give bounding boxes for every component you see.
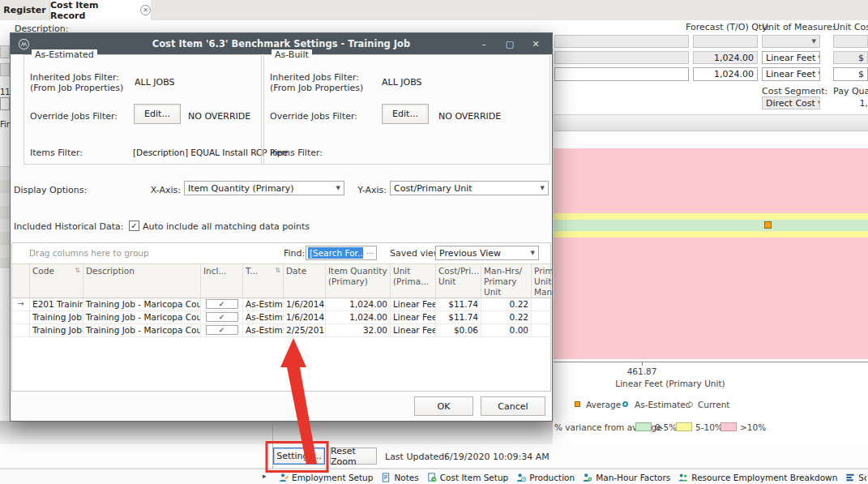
tab-notes[interactable]: Notes bbox=[381, 471, 418, 484]
tab-cost-item-record[interactable]: Cost Item Record ✕ bbox=[50, 0, 151, 20]
cost-segment-label: Cost Segment: bbox=[762, 86, 827, 96]
tab-resource-employment-breakdown[interactable]: Resource Employment Breakdown bbox=[678, 471, 837, 484]
minimize-icon: – bbox=[481, 39, 486, 49]
y-axis-label: Y-Axis: bbox=[354, 185, 387, 195]
variance-green-label: 0-5% bbox=[655, 422, 677, 432]
included-checkbox[interactable]: ✓ bbox=[206, 299, 238, 309]
unit-of-measure-label: Unit of Measure: bbox=[762, 22, 835, 32]
inherited-jobs-filter-value: ALL JOBS bbox=[135, 77, 175, 88]
maximize-button[interactable]: ▢ bbox=[497, 33, 523, 54]
col-unit[interactable]: Unit (Prima... bbox=[391, 264, 436, 298]
col-date[interactable]: Date bbox=[284, 264, 326, 298]
benchmark-chart[interactable] bbox=[554, 131, 868, 362]
edit-override-button-as-built[interactable]: Edit... bbox=[382, 104, 429, 124]
schedule-icon bbox=[845, 473, 855, 482]
chart-header-strip bbox=[554, 114, 868, 131]
panel-expander-icon[interactable]: ▸ bbox=[263, 472, 267, 480]
auto-include-checkbox[interactable]: ✓ bbox=[129, 221, 139, 231]
chevron-down-icon: ▼ bbox=[531, 251, 535, 256]
table-row[interactable]: Training Job-CIA Training Job - Maricopa… bbox=[12, 324, 550, 337]
tab-man-hour-factors[interactable]: Man-Hour Factors bbox=[583, 471, 670, 484]
variance-band-yellow-upper bbox=[554, 213, 868, 220]
tab-employment-setup[interactable]: Employment Setup bbox=[279, 471, 373, 484]
reset-zoom-button[interactable]: Reset Zoom bbox=[330, 448, 377, 465]
man-hour-factors-icon bbox=[583, 473, 592, 482]
find-input[interactable]: [Search For...] ⋯ bbox=[306, 246, 377, 260]
col-primary-units[interactable]: Prima... Units Man... bbox=[532, 264, 552, 298]
chevron-down-icon: ▼ bbox=[541, 186, 545, 191]
forecast-qty-field-row3[interactable]: 1,024.00 bbox=[693, 67, 758, 81]
chevron-down-icon: ▼ bbox=[336, 186, 340, 191]
description-field-row3[interactable] bbox=[554, 67, 689, 81]
tab-cost-item-setup[interactable]: Cost Item Setup bbox=[427, 471, 508, 484]
settings-button[interactable]: Settings... bbox=[273, 448, 325, 465]
inherited-jobs-filter-label: Inherited Jobs Filter: bbox=[30, 72, 119, 83]
override-value-as-built: NO OVERRIDE bbox=[438, 111, 501, 122]
as-built-legend: As-Built bbox=[272, 49, 312, 60]
top-tab-strip: Register Cost Item Record ✕ bbox=[0, 0, 868, 20]
variance-band-green bbox=[554, 220, 868, 231]
tab-register[interactable]: Register bbox=[0, 0, 50, 20]
uom-select-row2[interactable]: Linear Feet ▼ bbox=[762, 51, 820, 64]
y-axis-select[interactable]: Cost/Primary Unit ▼ bbox=[390, 181, 549, 195]
col-code[interactable]: Code ⇅ bbox=[30, 264, 83, 298]
x-axis-label: X-Axis: bbox=[148, 185, 181, 195]
unit-cost-field-row3[interactable]: $ bbox=[833, 67, 868, 81]
sort-icon[interactable]: ⇅ bbox=[275, 267, 280, 275]
variance-swatch-pink bbox=[720, 422, 737, 431]
table-row[interactable]: Training Job - ... Training Job - Marico… bbox=[12, 311, 550, 324]
close-button[interactable]: ✕ bbox=[523, 33, 549, 54]
edit-override-button-as-estimated[interactable]: Edit... bbox=[134, 104, 181, 124]
tab-production[interactable]: Production bbox=[516, 471, 575, 484]
last-updated-value: 6/19/2020 10:09:34 AM bbox=[444, 452, 549, 462]
unit-cost-label: Unit Cost: bbox=[833, 22, 868, 32]
find-label: Find: bbox=[284, 248, 305, 259]
uom-select-row3[interactable]: Linear Feet ▼ bbox=[762, 67, 820, 81]
col-type[interactable]: T... ⇅ bbox=[243, 264, 284, 298]
included-checkbox[interactable]: ✓ bbox=[206, 325, 238, 335]
chevron-down-icon: ▼ bbox=[818, 71, 820, 77]
display-options-label: Display Options: bbox=[14, 185, 87, 195]
description-field-row1 bbox=[554, 35, 689, 48]
col-included[interactable]: Incl... bbox=[201, 264, 243, 298]
find-more-icon[interactable]: ⋯ bbox=[363, 249, 376, 257]
bottom-tab-bar: ▸ Employment Setup Notes Cost Item Setup… bbox=[0, 469, 868, 484]
variance-yellow-label: 5-10% bbox=[695, 422, 723, 432]
ok-button[interactable]: OK bbox=[414, 396, 473, 416]
pay-quantity-value: 1, bbox=[833, 98, 868, 109]
cancel-button[interactable]: Cancel bbox=[481, 396, 545, 416]
find-input-value: [Search For...] bbox=[308, 247, 363, 259]
tab-schedule[interactable]: Schedule bbox=[845, 471, 866, 484]
forecast-qty-field-row1 bbox=[693, 35, 758, 48]
production-icon bbox=[516, 473, 526, 482]
col-indicator bbox=[12, 264, 30, 298]
inherited-jobs-filter-sublabel: (From Job Properties) bbox=[30, 83, 123, 93]
benchmark-settings-dialog: Cost Item '6.3' Benchmark Settings - Tra… bbox=[10, 32, 553, 422]
tab-close-icon[interactable]: ✕ bbox=[140, 5, 151, 15]
col-man-hrs[interactable]: Man-Hrs/ Primary Unit bbox=[481, 264, 532, 298]
historical-data-grid: Drag columns here to group Find: [Search… bbox=[11, 242, 551, 392]
chevron-down-icon: ▼ bbox=[818, 55, 820, 61]
average-data-point[interactable] bbox=[764, 221, 772, 229]
variance-swatch-yellow bbox=[676, 422, 692, 431]
legend-as-estimated-marker bbox=[622, 401, 628, 407]
table-row[interactable]: → E201 Training ... Training Job - Maric… bbox=[12, 298, 550, 311]
included-checkbox[interactable]: ✓ bbox=[206, 312, 238, 322]
check-icon: ✓ bbox=[130, 221, 137, 230]
col-cost-per-unit[interactable]: Cost/Pri... Unit bbox=[436, 264, 481, 298]
legend-as-estimated-label: As-Estimated bbox=[635, 400, 691, 409]
saved-views-select[interactable]: Previous View ▼ bbox=[435, 246, 539, 260]
forecast-qty-label: Forecast (T/O) Qty: bbox=[686, 22, 758, 32]
inherited-jobs-filter-sublabel-as-built: (From Job Properties) bbox=[270, 83, 363, 93]
col-description[interactable]: Description bbox=[83, 264, 201, 298]
items-filter-label-as-estimated: Items Filter: bbox=[30, 148, 83, 158]
col-item-quantity[interactable]: Item Quantity (Primary) bbox=[326, 264, 391, 298]
x-axis-title: Linear Feet (Primary Unit) bbox=[589, 379, 751, 388]
auto-include-label: Auto include all matching data points bbox=[143, 221, 310, 232]
variance-band-pink-upper bbox=[554, 148, 868, 213]
sort-icon[interactable]: ⇅ bbox=[75, 267, 80, 275]
x-axis-select[interactable]: Item Quantity (Primary) ▼ bbox=[184, 181, 344, 195]
minimize-button[interactable]: – bbox=[471, 33, 497, 54]
dialog-logo-icon bbox=[18, 38, 30, 50]
description-field-row2 bbox=[554, 51, 689, 64]
